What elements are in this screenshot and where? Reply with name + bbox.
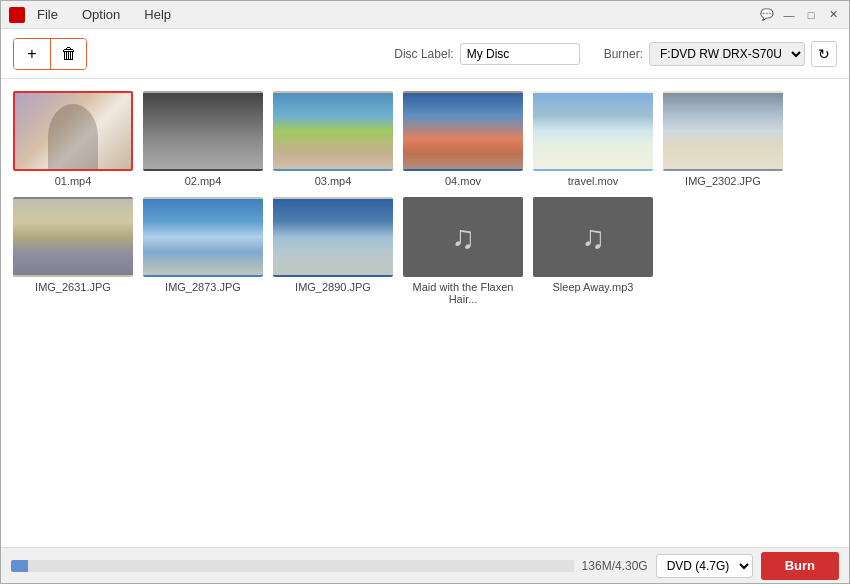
title-bar: File Option Help 💬 — □ ✕ — [1, 1, 849, 29]
size-info: 136M/4.30G — [582, 559, 648, 573]
media-item-travelmov[interactable]: travel.mov — [533, 91, 653, 187]
media-item-img2890[interactable]: IMG_2890.JPG — [273, 197, 393, 305]
thumb-maidflaxen: ♫ — [403, 197, 523, 277]
message-icon[interactable]: 💬 — [759, 7, 775, 23]
app-icon — [9, 7, 25, 23]
media-grid: 01.mp402.mp403.mp404.movtravel.movIMG_23… — [13, 91, 837, 305]
disc-label-input[interactable] — [460, 43, 580, 65]
media-filename-02mp4: 02.mp4 — [185, 175, 222, 187]
burner-label: Burner: — [604, 47, 643, 61]
media-item-maidflaxen[interactable]: ♫Maid with the Flaxen Hair... — [403, 197, 523, 305]
window-controls: 💬 — □ ✕ — [759, 7, 841, 23]
menu-file[interactable]: File — [33, 5, 62, 24]
refresh-button[interactable]: ↻ — [811, 41, 837, 67]
media-item-01mp4[interactable]: 01.mp4 — [13, 91, 133, 187]
thumb-travelmov — [533, 91, 653, 171]
menu-help[interactable]: Help — [140, 5, 175, 24]
progress-bar — [11, 560, 574, 572]
media-item-img2873[interactable]: IMG_2873.JPG — [143, 197, 263, 305]
add-button[interactable]: + — [14, 39, 50, 69]
media-filename-04mov: 04.mov — [445, 175, 481, 187]
media-filename-maidflaxen: Maid with the Flaxen Hair... — [403, 281, 523, 305]
disc-label-group: Disc Label: — [394, 43, 579, 65]
media-filename-img2890: IMG_2890.JPG — [295, 281, 371, 293]
burner-select[interactable]: F:DVD RW DRX-S70UG: (Virtual) — [649, 42, 805, 66]
thumb-04mov — [403, 91, 523, 171]
media-item-img2302[interactable]: IMG_2302.JPG — [663, 91, 783, 187]
music-icon: ♫ — [451, 219, 475, 256]
disc-label-text: Disc Label: — [394, 47, 453, 61]
media-filename-travelmov: travel.mov — [568, 175, 619, 187]
menu-option[interactable]: Option — [78, 5, 124, 24]
delete-button[interactable]: 🗑 — [50, 39, 86, 69]
thumb-img2873 — [143, 197, 263, 277]
media-filename-img2873: IMG_2873.JPG — [165, 281, 241, 293]
menu-bar: File Option Help — [33, 5, 175, 24]
toolbar: + 🗑 Disc Label: Burner: F:DVD RW DRX-S70… — [1, 29, 849, 79]
music-icon: ♫ — [581, 219, 605, 256]
media-area: 01.mp402.mp403.mp404.movtravel.movIMG_23… — [1, 79, 849, 547]
maximize-button[interactable]: □ — [803, 7, 819, 23]
thumb-sleepaway: ♫ — [533, 197, 653, 277]
thumb-img2302 — [663, 91, 783, 171]
status-bar: 136M/4.30G DVD (4.7G)BD (25G)BD (50G) Bu… — [1, 547, 849, 583]
close-button[interactable]: ✕ — [825, 7, 841, 23]
media-item-04mov[interactable]: 04.mov — [403, 91, 523, 187]
media-filename-sleepaway: Sleep Away.mp3 — [553, 281, 634, 293]
progress-fill — [11, 560, 28, 572]
burn-button[interactable]: Burn — [761, 552, 839, 580]
disc-type-select[interactable]: DVD (4.7G)BD (25G)BD (50G) — [656, 554, 753, 578]
minimize-button[interactable]: — — [781, 7, 797, 23]
thumb-02mp4 — [143, 91, 263, 171]
media-filename-img2631: IMG_2631.JPG — [35, 281, 111, 293]
media-filename-img2302: IMG_2302.JPG — [685, 175, 761, 187]
media-item-03mp4[interactable]: 03.mp4 — [273, 91, 393, 187]
thumb-img2631 — [13, 197, 133, 277]
thumb-01mp4 — [13, 91, 133, 171]
thumb-03mp4 — [273, 91, 393, 171]
thumb-img2890 — [273, 197, 393, 277]
media-item-02mp4[interactable]: 02.mp4 — [143, 91, 263, 187]
media-item-img2631[interactable]: IMG_2631.JPG — [13, 197, 133, 305]
media-filename-01mp4: 01.mp4 — [55, 175, 92, 187]
add-delete-group: + 🗑 — [13, 38, 87, 70]
media-item-sleepaway[interactable]: ♫Sleep Away.mp3 — [533, 197, 653, 305]
burner-group: Burner: F:DVD RW DRX-S70UG: (Virtual) ↻ — [604, 41, 837, 67]
media-filename-03mp4: 03.mp4 — [315, 175, 352, 187]
